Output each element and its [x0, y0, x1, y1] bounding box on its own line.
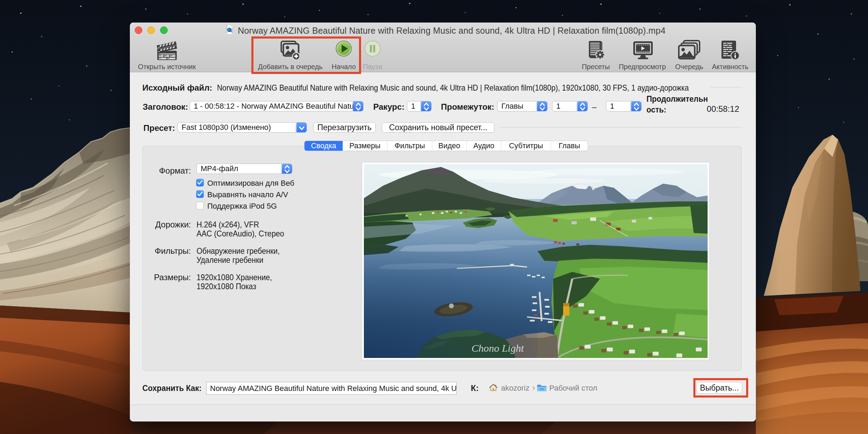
svg-text:Chono Light: Chono Light [471, 342, 524, 354]
